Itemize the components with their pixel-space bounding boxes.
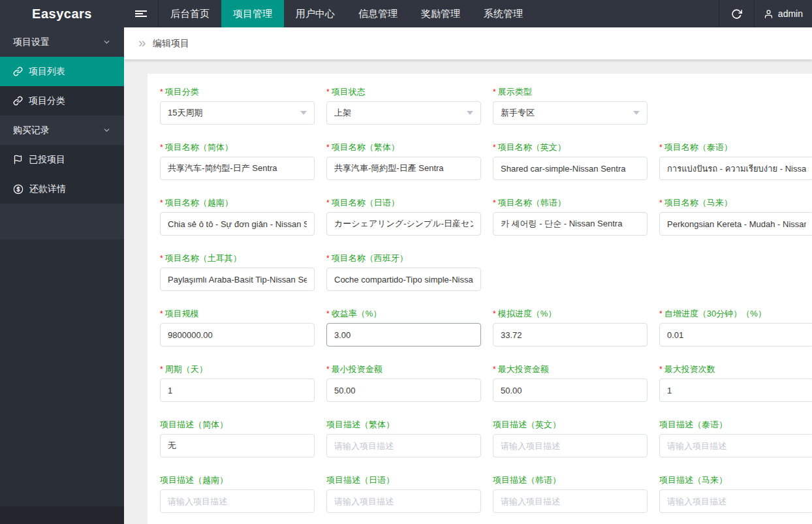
field-control — [659, 434, 812, 457]
edit-project-form-card: *项目分类15天周期*项目状态上架*展示类型新手专区*项目名称（简体）*项目名称… — [148, 74, 812, 524]
form-row: 项目描述（越南）项目描述（日语）项目描述（韩语）项目描述（马来） — [160, 476, 812, 524]
required-asterisk: * — [326, 198, 330, 208]
field-project-scale: *项目规模 — [160, 309, 326, 365]
top-nav-project[interactable]: 项目管理 — [221, 0, 284, 27]
field-label-desc-ja: 项目描述（日语） — [326, 476, 493, 485]
field-label-simulated-progress: *模拟进度（%） — [493, 309, 659, 318]
field-label-project-status: *项目状态 — [326, 87, 493, 97]
chevron-down-icon — [102, 38, 111, 46]
sidebar-item-project-category[interactable]: 项目分类 — [0, 86, 124, 116]
max-invest-times-input[interactable] — [659, 378, 812, 402]
field-control — [659, 489, 812, 513]
desc-th-input[interactable] — [659, 434, 812, 457]
desc-en-input[interactable] — [493, 434, 648, 457]
form-row: *项目名称（越南）*项目名称（日语）*项目名称（韩语）*项目名称（马来） — [160, 198, 812, 254]
name-zh-cn-input[interactable] — [160, 157, 315, 180]
field-label-desc-zh-cn: 项目描述（简体） — [160, 420, 326, 429]
name-zh-tw-input[interactable] — [326, 157, 481, 180]
name-es-input[interactable] — [326, 268, 481, 291]
auto-progress-input[interactable] — [659, 323, 812, 347]
yield-rate-input[interactable] — [326, 323, 481, 347]
chevron-down-icon — [102, 126, 111, 134]
project-status-select[interactable]: 上架 — [326, 101, 481, 125]
selected-value: 上架 — [334, 107, 351, 119]
sidebar-item-label: 项目设置 — [13, 37, 50, 48]
chevrons-right-icon — [137, 39, 148, 49]
page-title: 编辑项目 — [153, 38, 189, 50]
name-ja-input[interactable] — [326, 212, 481, 236]
field-label-desc-zh-tw: 项目描述（繁体） — [326, 420, 493, 429]
top-nav: 后台首页项目管理用户中心信息管理奖励管理系统管理 — [159, 0, 535, 27]
cycle-days-input[interactable] — [160, 378, 315, 402]
field-control — [659, 323, 812, 347]
desc-zh-cn-input[interactable] — [160, 434, 315, 457]
caret-down-icon — [467, 111, 473, 115]
field-label-desc-en: 项目描述（英文） — [493, 420, 659, 429]
sidebar-item-project-settings[interactable]: 项目设置 — [0, 27, 124, 57]
required-asterisk: * — [493, 143, 496, 152]
min-investment-input[interactable] — [326, 378, 481, 402]
field-control — [493, 378, 659, 402]
field-name-zh-cn: *项目名称（简体） — [160, 143, 326, 198]
field-label-max-invest-times: *最大投资次数 — [659, 365, 812, 374]
simulated-progress-input[interactable] — [493, 323, 648, 347]
sidebar-footer — [0, 506, 124, 524]
desc-zh-tw-input[interactable] — [326, 434, 481, 457]
required-asterisk: * — [493, 87, 496, 97]
field-label-project-scale: *项目规模 — [160, 309, 326, 318]
field-label-name-en: *项目名称（英文） — [493, 143, 659, 152]
required-asterisk: * — [493, 198, 496, 208]
required-asterisk: * — [160, 254, 163, 263]
desc-ms-input[interactable] — [659, 489, 812, 513]
field-control — [160, 268, 326, 291]
sidebar-item-purchase-records[interactable]: 购买记录 — [0, 116, 124, 145]
max-investment-input[interactable] — [493, 378, 648, 402]
field-control — [659, 378, 812, 402]
top-nav-user[interactable]: 用户中心 — [284, 0, 347, 27]
field-desc-th: 项目描述（泰语） — [659, 420, 812, 476]
user-menu[interactable]: admin — [755, 0, 812, 27]
sidebar-item-invested-projects[interactable]: 已投项目 — [0, 145, 124, 174]
top-nav-home[interactable]: 后台首页 — [159, 0, 221, 27]
desc-ko-input[interactable] — [493, 489, 648, 513]
desc-ja-input[interactable] — [326, 489, 481, 513]
brand-logo[interactable]: Easycars — [0, 0, 124, 27]
name-ko-input[interactable] — [493, 212, 648, 236]
name-ms-input[interactable] — [659, 212, 812, 236]
field-name-th: *项目名称（泰语） — [659, 143, 812, 198]
project-category-select[interactable]: 15天周期 — [160, 101, 315, 125]
required-asterisk: * — [160, 87, 163, 97]
sidebar-background — [0, 239, 124, 506]
field-label-desc-ms: 项目描述（马来） — [659, 476, 812, 485]
required-asterisk: * — [659, 365, 663, 374]
required-asterisk: * — [160, 365, 163, 374]
top-nav-info[interactable]: 信息管理 — [347, 0, 409, 27]
menu-toggle-icon[interactable] — [124, 0, 159, 27]
field-name-tr: *项目名称（土耳其） — [160, 254, 326, 309]
top-nav-reward[interactable]: 奖励管理 — [409, 0, 472, 27]
name-tr-input[interactable] — [160, 268, 315, 291]
field-max-invest-times: *最大投资次数 — [659, 365, 812, 420]
name-en-input[interactable] — [493, 157, 648, 180]
field-name-ko: *项目名称（韩语） — [493, 198, 659, 254]
display-type-select[interactable]: 新手专区 — [493, 101, 648, 125]
refresh-button[interactable] — [719, 0, 754, 27]
user-icon — [764, 9, 773, 19]
breadcrumb: 编辑项目 — [124, 27, 812, 59]
sidebar-item-label: 项目分类 — [29, 95, 65, 107]
field-label-auto-progress: *自增进度（30分钟）（%） — [659, 309, 812, 318]
edit-project-form: *项目分类15天周期*项目状态上架*展示类型新手专区*项目名称（简体）*项目名称… — [160, 87, 812, 524]
top-nav-system[interactable]: 系统管理 — [472, 0, 535, 27]
sidebar-item-project-list[interactable]: 项目列表 — [0, 57, 124, 86]
caret-down-icon — [300, 111, 307, 115]
desc-vi-input[interactable] — [160, 489, 315, 513]
name-th-input[interactable] — [659, 157, 812, 180]
form-row: *项目分类15天周期*项目状态上架*展示类型新手专区 — [160, 87, 812, 143]
required-asterisk: * — [326, 254, 330, 263]
field-label-name-th: *项目名称（泰语） — [659, 143, 812, 152]
field-yield-rate: *收益率（%） — [326, 309, 493, 365]
project-scale-input[interactable] — [160, 323, 315, 347]
sidebar-item-repayment-details[interactable]: 还款详情 — [0, 174, 124, 204]
field-label-name-vi: *项目名称（越南） — [160, 198, 326, 208]
name-vi-input[interactable] — [160, 212, 315, 236]
